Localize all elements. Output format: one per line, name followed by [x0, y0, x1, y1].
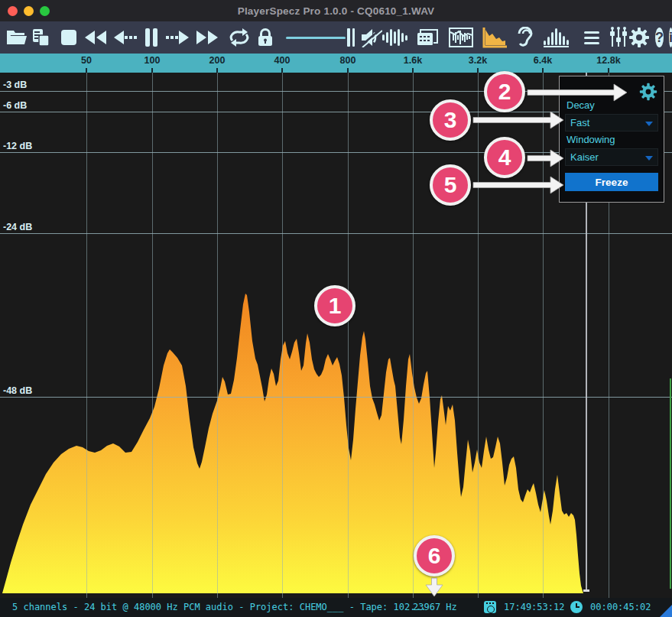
callout-badge-2: 2: [484, 71, 525, 112]
callout-badge-3: 3: [430, 99, 471, 141]
callout-badge-4: 4: [484, 137, 525, 178]
callout-arrow-6: [426, 578, 443, 596]
callout-badge-1: 1: [314, 285, 355, 326]
app-window: PlayerSpecz Pro 1.0.0 - CQ0610_1.WAV: [0, 0, 672, 617]
callout-arrow-4: [528, 150, 563, 167]
callout-badge-6: 6: [414, 535, 455, 576]
callout-arrow-2: [528, 84, 627, 101]
callout-arrow-3: [473, 112, 563, 128]
callout-badge-5: 5: [430, 164, 471, 206]
callout-arrow-5: [473, 177, 563, 193]
